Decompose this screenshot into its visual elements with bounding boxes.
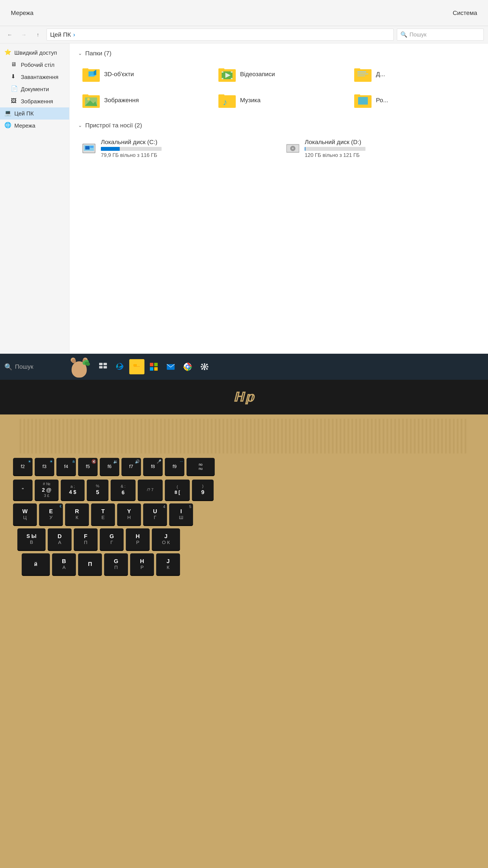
folder-partial-1-icon xyxy=(354,67,371,82)
back-button[interactable]: ← xyxy=(4,29,15,40)
folders-grid: 3D-об'єкти xyxy=(78,63,479,111)
key-7[interactable]: /? 7 xyxy=(138,479,163,500)
key-g[interactable]: G Г xyxy=(100,528,124,550)
svg-rect-44 xyxy=(134,366,140,367)
folder-videos-label: Відеозаписи xyxy=(240,71,275,78)
sidebar-item-documents[interactable]: 📄 Документи xyxy=(0,83,69,95)
folders-section-header[interactable]: ⌄ Папки (7) xyxy=(78,50,479,57)
breadcrumb[interactable]: Цей ПК › xyxy=(46,29,394,40)
key-j[interactable]: J О К xyxy=(152,528,180,550)
nav-bar: ← → ↑ Цей ПК › 🔍 Пошук xyxy=(0,26,488,43)
search-box[interactable]: 🔍 Пошук xyxy=(397,29,484,40)
key-9[interactable]: ) 9 xyxy=(192,479,214,500)
taskbar-search-label: Пошук xyxy=(15,363,33,370)
svg-rect-16 xyxy=(357,73,368,74)
svg-rect-19 xyxy=(83,94,89,97)
folder-images[interactable]: Зображення xyxy=(78,89,207,111)
explorer-icon[interactable] xyxy=(129,359,144,374)
key-w[interactable]: W Ц xyxy=(13,503,37,525)
folder-3d-objects[interactable]: 3D-об'єкти xyxy=(78,63,207,85)
up-button[interactable]: ↑ xyxy=(33,29,43,40)
document-icon: 📄 xyxy=(11,85,19,93)
sidebar-item-quick-access[interactable]: ⭐ Швидкий доступ xyxy=(0,46,69,59)
collapse-arrow: ⌄ xyxy=(78,51,82,56)
key-t[interactable]: T Е xyxy=(91,503,115,525)
taskbar-search[interactable]: 🔍 Пошук xyxy=(4,363,65,371)
sidebar-item-this-pc[interactable]: 💻 Цей ПК xyxy=(0,107,69,120)
network-icon: 🌐 xyxy=(4,122,12,129)
mail-icon[interactable] xyxy=(163,359,178,374)
key-2[interactable]: # № 2 @ 3 £ xyxy=(35,479,59,500)
key-u[interactable]: 4 U Г xyxy=(143,503,167,525)
drives-collapse-arrow: ⌄ xyxy=(78,123,82,128)
key-v[interactable]: G П xyxy=(104,553,128,575)
key-z[interactable]: й xyxy=(22,553,50,575)
key-numlock[interactable]: поnu xyxy=(187,458,215,475)
folder-videos[interactable]: Відеозаписи xyxy=(214,63,344,85)
ribbon-tab-network[interactable]: Мережа xyxy=(4,8,40,18)
svg-point-53 xyxy=(187,366,189,368)
key-f5[interactable]: 🔇 f5 xyxy=(78,458,98,475)
key-d[interactable]: D А xyxy=(48,528,72,550)
drives-section-label: Пристрої та носії (2) xyxy=(85,122,142,129)
hp-logo: ℍ𝕡 xyxy=(233,390,255,405)
key-f4[interactable]: a f4 xyxy=(56,458,76,475)
drive-c-icon xyxy=(82,142,97,155)
settings-icon[interactable] xyxy=(197,359,212,374)
store-icon[interactable] xyxy=(146,359,161,374)
sidebar-label: Документи xyxy=(21,86,49,93)
key-4[interactable]: а ; 4 $ xyxy=(61,479,85,500)
svg-rect-48 xyxy=(154,367,158,371)
key-6[interactable]: & : 6 xyxy=(110,479,135,500)
edge-icon[interactable] xyxy=(112,359,128,374)
key-b[interactable]: H Р xyxy=(130,553,154,575)
key-y[interactable]: Y Н xyxy=(117,503,141,525)
key-f[interactable]: F П xyxy=(74,528,98,550)
key-f3[interactable]: ☀ f3 xyxy=(35,458,54,475)
key-x[interactable]: В А xyxy=(52,553,76,575)
key-r[interactable]: R К xyxy=(65,503,89,525)
svg-rect-14 xyxy=(354,68,360,71)
sidebar-item-images[interactable]: 🖼 Зображення xyxy=(0,95,69,107)
key-n[interactable]: J К xyxy=(156,553,180,575)
folder-partial-1[interactable]: Д... xyxy=(350,63,479,85)
svg-rect-9 xyxy=(231,71,232,73)
key-8[interactable]: ( 8 [ xyxy=(165,479,190,500)
svg-rect-27 xyxy=(354,94,360,97)
drive-d-info: Локальний диск (D:) 120 ГБ вільно з 121 … xyxy=(305,139,365,158)
desktop-icon: 🖥 xyxy=(11,61,19,69)
sidebar-label: Робочий стіл xyxy=(21,62,55,68)
key-c[interactable]: П xyxy=(78,553,102,575)
key-f2[interactable]: ☀ f2 xyxy=(13,458,33,475)
forward-button[interactable]: → xyxy=(19,29,29,40)
key-5[interactable]: % 5 xyxy=(87,479,108,500)
key-quote[interactable]: " xyxy=(13,479,33,500)
key-f7[interactable]: 🔊 f7 xyxy=(122,458,141,475)
svg-rect-28 xyxy=(358,97,368,104)
keyboard-area: ℍ𝕡 // generate vent holes via inline scr… xyxy=(0,380,488,868)
sidebar-item-desktop[interactable]: 🖥 Робочий стіл xyxy=(0,59,69,71)
folder-images-icon xyxy=(83,93,100,108)
drive-d-name: Локальний диск (D:) xyxy=(305,139,365,146)
svg-point-37 xyxy=(292,148,294,149)
drive-d[interactable]: Локальний диск (D:) 120 ГБ вільно з 121 … xyxy=(282,135,479,161)
taskbar-icons xyxy=(95,359,212,374)
main-layout: ⭐ Швидкий доступ 🖥 Робочий стіл ⬇ Завант… xyxy=(0,43,488,362)
key-i[interactable]: 5 I Ш xyxy=(169,503,193,525)
folder-music[interactable]: ♪ Музика xyxy=(214,89,344,111)
drives-section-header[interactable]: ⌄ Пристрої та носії (2) xyxy=(78,122,479,129)
ribbon-tab-system[interactable]: Система xyxy=(446,8,484,18)
key-e[interactable]: € E У xyxy=(39,503,63,525)
key-h[interactable]: H Р xyxy=(126,528,150,550)
key-f8[interactable]: 🎤 f8 xyxy=(143,458,163,475)
key-f9[interactable]: ··· f9 xyxy=(165,458,184,475)
key-f6[interactable]: 🔉 f6 xyxy=(100,458,119,475)
sidebar-item-network[interactable]: 🌐 Мережа xyxy=(0,120,69,132)
folder-partial-2[interactable]: Ро... xyxy=(350,89,479,111)
drive-c[interactable]: Локальний диск (C:) 79,9 ГБ вільно з 116… xyxy=(78,135,275,161)
drive-d-icon xyxy=(285,142,300,155)
task-view-icon[interactable] xyxy=(95,359,110,374)
chrome-icon[interactable] xyxy=(180,359,195,374)
key-s[interactable]: S Ы В xyxy=(18,528,45,550)
sidebar-item-downloads[interactable]: ⬇ Завантаження xyxy=(0,71,69,83)
